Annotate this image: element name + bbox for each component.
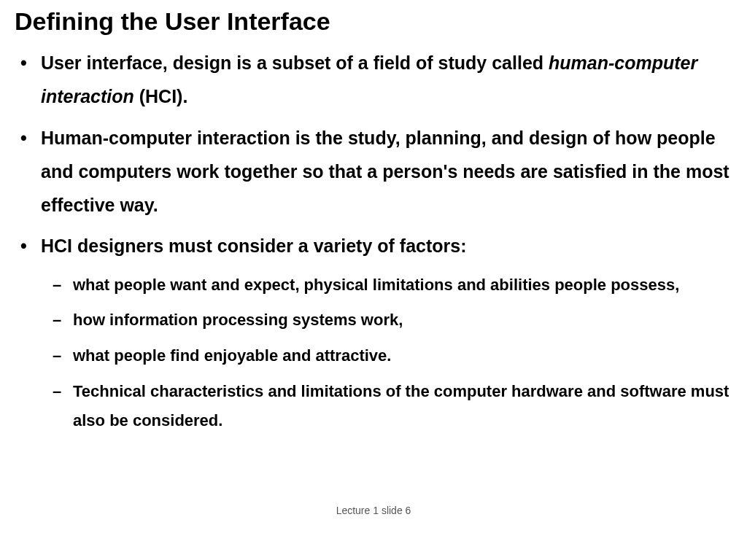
slide-title: Defining the User Interface xyxy=(15,7,732,36)
slide-footer: Lecture 1 slide 6 xyxy=(0,505,747,516)
bullet-item-1: User interface, design is a subset of a … xyxy=(15,46,732,114)
bullet-3-text: HCI designers must consider a variety of… xyxy=(41,236,467,256)
sub-bullet-list: what people want and expect, physical li… xyxy=(41,271,732,436)
sub-bullet-3: what people find enjoyable and attractiv… xyxy=(41,341,732,371)
sub-bullet-4: Technical characteristics and limitation… xyxy=(41,377,732,436)
bullet-1-text-pre: User interface, design is a subset of a … xyxy=(41,52,549,73)
main-bullet-list: User interface, design is a subset of a … xyxy=(15,46,732,436)
bullet-item-3: HCI designers must consider a variety of… xyxy=(15,229,732,436)
bullet-item-2: Human-computer interaction is the study,… xyxy=(15,121,732,222)
sub-bullet-2: how information processing systems work, xyxy=(41,306,732,335)
sub-bullet-1: what people want and expect, physical li… xyxy=(41,271,732,300)
bullet-1-text-post: (HCI). xyxy=(134,86,188,106)
